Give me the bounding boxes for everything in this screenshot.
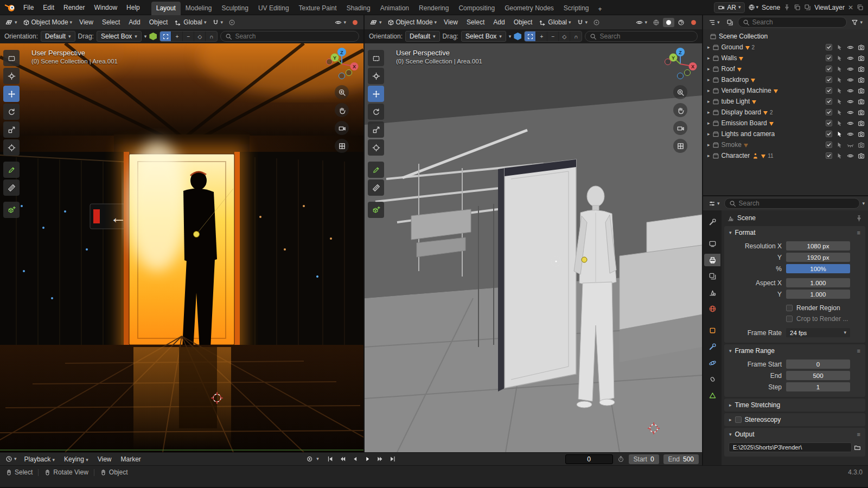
mode-dropdown[interactable]: Object Mode <box>21 17 75 27</box>
tool-add-cube[interactable] <box>3 202 20 218</box>
scene-datablock-dropdown[interactable] <box>748 4 759 11</box>
expand-icon[interactable] <box>707 45 710 50</box>
outliner-row-roof[interactable]: Roof <box>703 63 868 74</box>
zoom-icon[interactable] <box>335 85 349 99</box>
jump-to-end-button[interactable] <box>387 454 398 464</box>
section-menu-icon[interactable]: ≡ <box>857 348 860 354</box>
tab-world-properties[interactable] <box>704 303 720 315</box>
eye-icon[interactable] <box>847 76 854 84</box>
next-keyframe-button[interactable] <box>375 454 386 464</box>
tool-add-cube[interactable] <box>368 202 384 218</box>
menu-select[interactable]: Select <box>98 17 124 28</box>
eye-icon[interactable] <box>847 120 854 127</box>
checkbox-icon[interactable] <box>826 98 832 105</box>
camera-view-icon[interactable] <box>335 121 349 135</box>
tab-modifier-properties[interactable] <box>704 341 720 353</box>
stereoscopy-section-header[interactable]: Stereoscopy <box>724 413 865 426</box>
close-icon[interactable]: ✕ <box>848 4 853 11</box>
selectable-icon[interactable] <box>836 98 843 105</box>
play-button[interactable] <box>362 454 373 464</box>
expand-icon[interactable] <box>707 67 710 72</box>
eye-icon[interactable] <box>847 55 854 62</box>
auto-keying-toggle[interactable] <box>304 454 315 464</box>
outliner-row-scene-collection[interactable]: Scene Collection <box>703 31 868 42</box>
tab-physics-properties[interactable] <box>704 357 720 369</box>
frame-start-field[interactable]: 0 <box>786 359 850 369</box>
editor-type-button[interactable] <box>3 17 20 28</box>
snapping-toggle[interactable] <box>210 18 226 27</box>
tab-geometry-nodes[interactable]: Geometry Nodes <box>500 2 559 15</box>
copy-icon[interactable] <box>794 4 801 11</box>
outliner-search[interactable] <box>738 17 847 28</box>
section-menu-icon[interactable]: ≡ <box>857 229 860 236</box>
tab-scripting[interactable]: Scripting <box>559 2 594 15</box>
3d-viewport-rendered[interactable]: ← <box>0 43 363 452</box>
tab-modeling[interactable]: Modeling <box>181 2 217 15</box>
checkbox-icon[interactable] <box>826 152 832 159</box>
orthographic-toggle-icon[interactable] <box>673 139 687 153</box>
tool-annotate[interactable] <box>3 162 20 178</box>
tool-rotate[interactable] <box>3 104 20 120</box>
previous-keyframe-button[interactable] <box>337 454 348 464</box>
outliner-search-input[interactable] <box>752 18 807 26</box>
filter-icon[interactable] <box>849 18 865 27</box>
add-workspace-button[interactable]: + <box>594 3 607 15</box>
viewport-search-input[interactable] <box>235 33 305 40</box>
viewlayer-name[interactable]: ViewLayer <box>814 4 845 11</box>
viewport-search[interactable] <box>585 31 698 42</box>
tool-rotate[interactable] <box>368 104 384 120</box>
object-origin-dot[interactable] <box>582 257 587 262</box>
pin-icon[interactable] <box>783 4 790 11</box>
shading-wireframe-button[interactable] <box>650 18 662 27</box>
view-menu[interactable]: View <box>94 454 116 465</box>
render-camera-icon[interactable] <box>858 142 865 149</box>
orientation-dropdown[interactable]: Default <box>405 31 440 42</box>
tab-object-properties[interactable] <box>704 324 720 337</box>
checkbox-icon[interactable] <box>826 66 832 72</box>
selectable-icon[interactable] <box>836 66 843 73</box>
tool-transform[interactable] <box>3 139 20 156</box>
tab-layout[interactable]: Layout <box>151 2 181 15</box>
eye-icon[interactable] <box>847 87 854 94</box>
checkbox-icon[interactable] <box>826 131 832 137</box>
tool-transform[interactable] <box>368 139 384 156</box>
menu-view[interactable]: View <box>440 17 462 28</box>
expand-icon[interactable] <box>707 153 710 158</box>
selectable-icon[interactable] <box>836 131 843 138</box>
properties-editor-type-button[interactable] <box>706 199 722 208</box>
select-mode-set[interactable] <box>160 31 171 41</box>
menu-select[interactable]: Select <box>463 17 488 28</box>
camera-view-icon[interactable] <box>673 121 687 135</box>
tool-move[interactable] <box>3 86 20 102</box>
outliner-row-character[interactable]: Character 11 <box>703 150 868 161</box>
pin-icon[interactable] <box>856 215 863 222</box>
tool-select-box[interactable] <box>368 50 384 66</box>
viewport-search-input[interactable] <box>599 33 670 40</box>
tool-move[interactable] <box>368 86 384 102</box>
frame-step-field[interactable]: 1 <box>786 382 850 391</box>
navigation-gizmo[interactable]: Z X Y <box>663 47 698 81</box>
checkbox-icon[interactable] <box>826 87 832 94</box>
select-mode-set[interactable] <box>525 31 536 41</box>
resolution-percentage-slider[interactable]: 100% <box>786 264 850 273</box>
pan-hand-icon[interactable] <box>673 103 687 117</box>
tool-measure[interactable] <box>3 179 20 196</box>
section-menu-icon[interactable]: ≡ <box>857 431 860 438</box>
tab-render-properties[interactable] <box>704 237 720 250</box>
stereoscopy-checkbox[interactable] <box>735 416 742 423</box>
frame-end-field[interactable]: End500 <box>663 454 699 464</box>
select-mode-subtract[interactable]: − <box>547 31 559 41</box>
eye-icon[interactable] <box>847 66 854 73</box>
selectable-icon[interactable] <box>836 142 843 149</box>
render-camera-icon[interactable] <box>858 120 865 127</box>
selectable-icon[interactable] <box>836 109 843 116</box>
3d-viewport-solid[interactable] <box>365 43 702 452</box>
selectable-icon[interactable] <box>836 76 843 84</box>
viewport-search[interactable] <box>220 31 359 42</box>
snapping-toggle[interactable] <box>575 18 590 27</box>
current-frame-field[interactable]: 0 <box>565 454 613 464</box>
select-mode-extend[interactable]: + <box>171 31 183 41</box>
tab-shading[interactable]: Shading <box>342 2 375 15</box>
resolution-y-field[interactable]: 1920 px <box>786 253 850 262</box>
selectable-icon[interactable] <box>836 55 843 62</box>
